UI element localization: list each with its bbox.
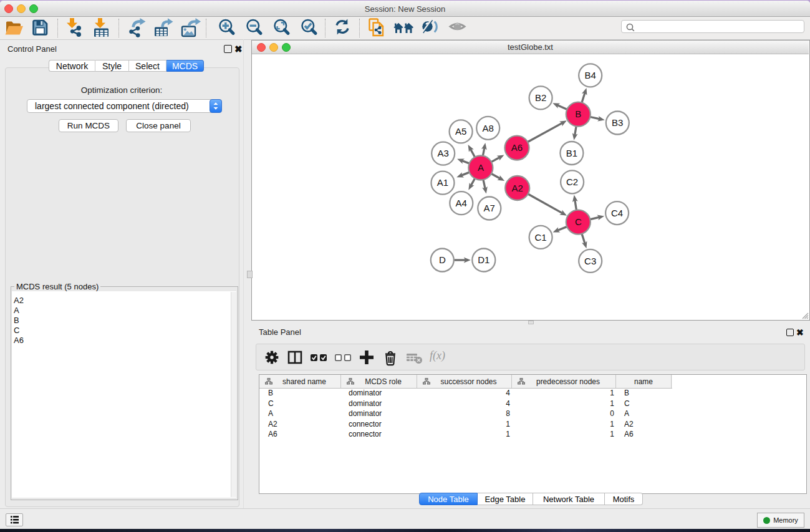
svg-text:B4: B4: [585, 70, 596, 80]
svg-text:B1: B1: [566, 148, 577, 158]
svg-text:D: D: [439, 254, 446, 265]
svg-text:A2: A2: [512, 183, 523, 193]
svg-text:A4: A4: [456, 198, 467, 208]
svg-text:A7: A7: [484, 203, 495, 213]
svg-text:A3: A3: [438, 148, 449, 158]
svg-text:D1: D1: [478, 254, 489, 265]
svg-text:A6: A6: [511, 142, 523, 153]
svg-text:A: A: [478, 162, 484, 173]
svg-text:A8: A8: [483, 123, 494, 133]
svg-text:C: C: [575, 216, 582, 227]
svg-text:B2: B2: [535, 92, 546, 103]
svg-text:C4: C4: [611, 208, 623, 218]
svg-text:B3: B3: [612, 117, 623, 128]
svg-text:C2: C2: [566, 177, 578, 187]
svg-text:C3: C3: [584, 256, 596, 266]
svg-text:C1: C1: [535, 232, 547, 243]
svg-text:A1: A1: [437, 177, 448, 188]
svg-text:A5: A5: [455, 126, 466, 137]
svg-text:B: B: [575, 109, 581, 119]
